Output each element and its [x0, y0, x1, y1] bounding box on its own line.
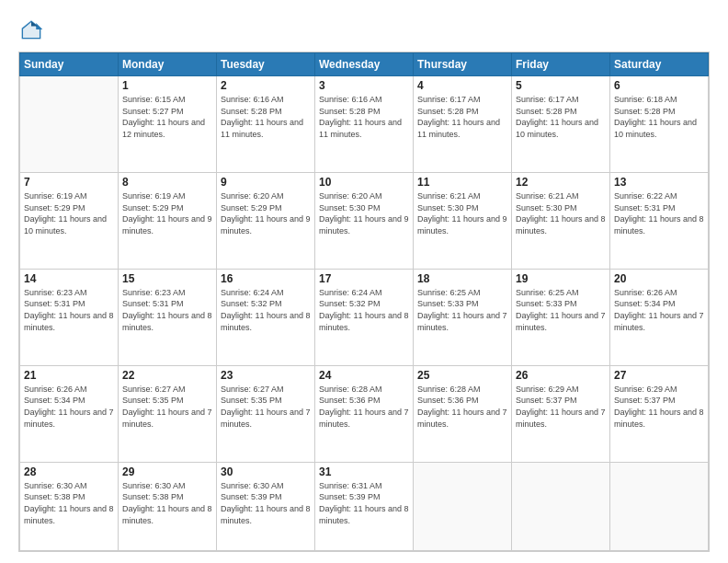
day-number: 26: [516, 369, 606, 382]
day-info: Sunrise: 6:25 AM Sunset: 5:33 PM Dayligh…: [516, 287, 606, 333]
week-row-2: 7Sunrise: 6:19 AM Sunset: 5:29 PM Daylig…: [20, 172, 709, 269]
header: [18, 17, 710, 42]
calendar-cell: 5Sunrise: 6:17 AM Sunset: 5:28 PM Daylig…: [512, 76, 610, 173]
day-number: 11: [417, 176, 507, 189]
day-number: 7: [24, 176, 114, 189]
day-number: 3: [319, 79, 409, 92]
day-info: Sunrise: 6:21 AM Sunset: 5:30 PM Dayligh…: [417, 190, 507, 236]
calendar-cell: 23Sunrise: 6:27 AM Sunset: 5:35 PM Dayli…: [217, 365, 315, 462]
calendar-cell: 1Sunrise: 6:15 AM Sunset: 5:27 PM Daylig…: [119, 76, 217, 173]
day-info: Sunrise: 6:27 AM Sunset: 5:35 PM Dayligh…: [122, 384, 212, 430]
day-number: 28: [24, 465, 114, 478]
day-info: Sunrise: 6:16 AM Sunset: 5:28 PM Dayligh…: [319, 94, 409, 140]
day-info: Sunrise: 6:24 AM Sunset: 5:32 PM Dayligh…: [221, 287, 311, 333]
calendar-cell: 19Sunrise: 6:25 AM Sunset: 5:33 PM Dayli…: [512, 269, 610, 365]
day-number: 27: [614, 369, 704, 382]
calendar-cell: 28Sunrise: 6:30 AM Sunset: 5:38 PM Dayli…: [20, 462, 119, 550]
day-number: 15: [122, 272, 212, 285]
calendar-cell: 30Sunrise: 6:30 AM Sunset: 5:39 PM Dayli…: [217, 462, 315, 550]
week-row-3: 14Sunrise: 6:23 AM Sunset: 5:31 PM Dayli…: [20, 269, 709, 365]
week-row-4: 21Sunrise: 6:26 AM Sunset: 5:34 PM Dayli…: [20, 365, 709, 462]
day-info: Sunrise: 6:20 AM Sunset: 5:30 PM Dayligh…: [319, 190, 409, 236]
day-info: Sunrise: 6:16 AM Sunset: 5:28 PM Dayligh…: [221, 94, 311, 140]
day-info: Sunrise: 6:29 AM Sunset: 5:37 PM Dayligh…: [614, 384, 704, 430]
day-info: Sunrise: 6:25 AM Sunset: 5:33 PM Dayligh…: [417, 287, 507, 333]
week-row-1: 1Sunrise: 6:15 AM Sunset: 5:27 PM Daylig…: [20, 76, 709, 173]
day-number: 25: [417, 369, 507, 382]
day-number: 10: [319, 176, 409, 189]
day-number: 6: [614, 79, 704, 92]
calendar-cell: 3Sunrise: 6:16 AM Sunset: 5:28 PM Daylig…: [315, 76, 414, 173]
day-info: Sunrise: 6:26 AM Sunset: 5:34 PM Dayligh…: [614, 287, 704, 333]
weekday-header-thursday: Thursday: [414, 53, 512, 76]
calendar-cell: 9Sunrise: 6:20 AM Sunset: 5:29 PM Daylig…: [217, 172, 315, 269]
day-number: 8: [122, 176, 212, 189]
calendar-cell: [20, 76, 119, 173]
day-number: 24: [319, 369, 409, 382]
weekday-header-saturday: Saturday: [610, 53, 709, 76]
day-number: 21: [24, 369, 114, 382]
day-info: Sunrise: 6:24 AM Sunset: 5:32 PM Dayligh…: [319, 287, 409, 333]
day-number: 19: [516, 272, 606, 285]
day-info: Sunrise: 6:28 AM Sunset: 5:36 PM Dayligh…: [319, 384, 409, 430]
calendar-cell: 24Sunrise: 6:28 AM Sunset: 5:36 PM Dayli…: [315, 365, 414, 462]
day-number: 4: [417, 79, 507, 92]
day-number: 18: [417, 272, 507, 285]
weekday-header-row: SundayMondayTuesdayWednesdayThursdayFrid…: [20, 53, 709, 76]
day-info: Sunrise: 6:31 AM Sunset: 5:39 PM Dayligh…: [319, 480, 409, 526]
calendar-cell: 6Sunrise: 6:18 AM Sunset: 5:28 PM Daylig…: [610, 76, 709, 173]
day-info: Sunrise: 6:26 AM Sunset: 5:34 PM Dayligh…: [24, 384, 114, 430]
calendar-cell: 11Sunrise: 6:21 AM Sunset: 5:30 PM Dayli…: [414, 172, 512, 269]
weekday-header-wednesday: Wednesday: [315, 53, 414, 76]
page: SundayMondayTuesdayWednesdayThursdayFrid…: [0, 0, 728, 563]
calendar-cell: [414, 462, 512, 550]
day-number: 1: [122, 79, 212, 92]
day-info: Sunrise: 6:18 AM Sunset: 5:28 PM Dayligh…: [614, 94, 704, 140]
calendar-cell: 7Sunrise: 6:19 AM Sunset: 5:29 PM Daylig…: [20, 172, 119, 269]
calendar-cell: 18Sunrise: 6:25 AM Sunset: 5:33 PM Dayli…: [414, 269, 512, 365]
day-info: Sunrise: 6:20 AM Sunset: 5:29 PM Dayligh…: [221, 190, 311, 236]
calendar-cell: 14Sunrise: 6:23 AM Sunset: 5:31 PM Dayli…: [20, 269, 119, 365]
day-info: Sunrise: 6:30 AM Sunset: 5:39 PM Dayligh…: [221, 480, 311, 526]
calendar-cell: 31Sunrise: 6:31 AM Sunset: 5:39 PM Dayli…: [315, 462, 414, 550]
day-number: 31: [319, 465, 409, 478]
day-number: 17: [319, 272, 409, 285]
day-info: Sunrise: 6:15 AM Sunset: 5:27 PM Dayligh…: [122, 94, 212, 140]
day-info: Sunrise: 6:17 AM Sunset: 5:28 PM Dayligh…: [516, 94, 606, 140]
day-number: 5: [516, 79, 606, 92]
calendar-cell: 2Sunrise: 6:16 AM Sunset: 5:28 PM Daylig…: [217, 76, 315, 173]
week-row-5: 28Sunrise: 6:30 AM Sunset: 5:38 PM Dayli…: [20, 462, 709, 550]
calendar-cell: 20Sunrise: 6:26 AM Sunset: 5:34 PM Dayli…: [610, 269, 709, 365]
day-number: 29: [122, 465, 212, 478]
weekday-header-monday: Monday: [119, 53, 217, 76]
day-info: Sunrise: 6:23 AM Sunset: 5:31 PM Dayligh…: [24, 287, 114, 333]
calendar-cell: [512, 462, 610, 550]
weekday-header-sunday: Sunday: [20, 53, 119, 76]
day-number: 23: [221, 369, 311, 382]
day-info: Sunrise: 6:17 AM Sunset: 5:28 PM Dayligh…: [417, 94, 507, 140]
day-info: Sunrise: 6:22 AM Sunset: 5:31 PM Dayligh…: [614, 190, 704, 236]
day-info: Sunrise: 6:30 AM Sunset: 5:38 PM Dayligh…: [122, 480, 212, 526]
day-info: Sunrise: 6:30 AM Sunset: 5:38 PM Dayligh…: [24, 480, 114, 526]
calendar-cell: 29Sunrise: 6:30 AM Sunset: 5:38 PM Dayli…: [119, 462, 217, 550]
calendar-cell: 22Sunrise: 6:27 AM Sunset: 5:35 PM Dayli…: [119, 365, 217, 462]
day-number: 30: [221, 465, 311, 478]
calendar-cell: 27Sunrise: 6:29 AM Sunset: 5:37 PM Dayli…: [610, 365, 709, 462]
weekday-header-tuesday: Tuesday: [217, 53, 315, 76]
calendar-cell: 15Sunrise: 6:23 AM Sunset: 5:31 PM Dayli…: [119, 269, 217, 365]
calendar: SundayMondayTuesdayWednesdayThursdayFrid…: [18, 52, 710, 552]
calendar-cell: 25Sunrise: 6:28 AM Sunset: 5:36 PM Dayli…: [414, 365, 512, 462]
calendar-cell: 17Sunrise: 6:24 AM Sunset: 5:32 PM Dayli…: [315, 269, 414, 365]
calendar-cell: [610, 462, 709, 550]
logo-icon: [18, 17, 44, 42]
day-number: 2: [221, 79, 311, 92]
calendar-cell: 12Sunrise: 6:21 AM Sunset: 5:30 PM Dayli…: [512, 172, 610, 269]
calendar-cell: 4Sunrise: 6:17 AM Sunset: 5:28 PM Daylig…: [414, 76, 512, 173]
day-number: 16: [221, 272, 311, 285]
day-info: Sunrise: 6:29 AM Sunset: 5:37 PM Dayligh…: [516, 384, 606, 430]
calendar-cell: 8Sunrise: 6:19 AM Sunset: 5:29 PM Daylig…: [119, 172, 217, 269]
day-number: 20: [614, 272, 704, 285]
day-info: Sunrise: 6:23 AM Sunset: 5:31 PM Dayligh…: [122, 287, 212, 333]
day-info: Sunrise: 6:21 AM Sunset: 5:30 PM Dayligh…: [516, 190, 606, 236]
calendar-cell: 13Sunrise: 6:22 AM Sunset: 5:31 PM Dayli…: [610, 172, 709, 269]
